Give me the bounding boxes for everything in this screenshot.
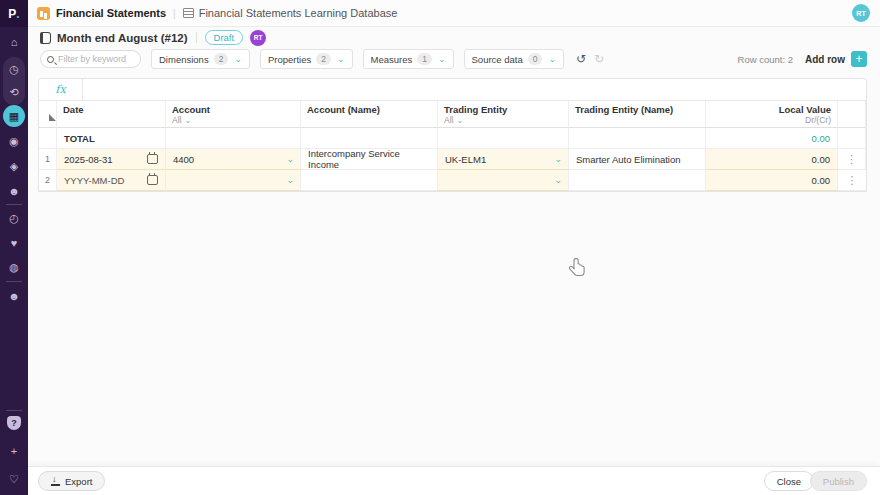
column-filter-all[interactable]: All⌄ <box>172 115 294 125</box>
home-icon[interactable]: ⌂ <box>0 33 28 51</box>
search-input[interactable] <box>58 54 138 64</box>
book-icon <box>40 32 51 44</box>
chevron-down-icon: ⌄ <box>286 154 294 164</box>
row-menu-cell[interactable]: ⋮ <box>838 149 866 170</box>
search-icon <box>47 56 54 63</box>
account-cell[interactable]: ⌄ <box>166 170 301 191</box>
close-button[interactable]: Close <box>764 471 814 491</box>
logo-dot: . <box>16 7 19 21</box>
column-header-account-name[interactable]: Account (Name) <box>301 101 438 128</box>
trading-entity-cell[interactable]: UK-ELM1⌄ <box>438 149 569 170</box>
explore-icon[interactable]: ◉ <box>0 132 28 150</box>
member-icon[interactable]: ☻ <box>0 182 28 200</box>
favorites-icon[interactable]: ♥ <box>0 234 28 252</box>
add-row-label[interactable]: Add row <box>805 54 845 65</box>
sidebar-divider <box>6 410 22 411</box>
status-badge: Draft <box>205 30 244 45</box>
column-label: Account (Name) <box>307 104 431 115</box>
source-data-dropdown[interactable]: Source data 0 ⌄ <box>464 49 565 69</box>
account-name-cell[interactable] <box>301 170 438 191</box>
trading-entity-cell[interactable]: ⌄ <box>438 170 569 191</box>
formula-bar: fx <box>39 79 866 101</box>
row-count-label: Row count: 2 <box>738 54 793 65</box>
database-title[interactable]: Financial Statements Learning Database <box>199 7 398 19</box>
column-filter-all[interactable]: All⌄ <box>444 115 562 125</box>
account-cell[interactable]: 4400⌄ <box>166 149 301 170</box>
local-value-cell[interactable]: 0.00 <box>706 170 838 191</box>
dimensions-dropdown[interactable]: Dimensions 2 ⌄ <box>151 49 250 69</box>
database-icon <box>183 8 194 18</box>
export-button[interactable]: Export <box>38 471 105 491</box>
calendar-icon[interactable] <box>147 175 158 185</box>
row-menu-cell[interactable]: ⋮ <box>838 170 866 191</box>
column-header-date[interactable]: Date <box>57 101 166 128</box>
trading-entity-name-cell[interactable] <box>569 170 706 191</box>
row-number[interactable]: 2 <box>39 170 57 191</box>
media-icon[interactable]: ◍ <box>0 258 28 276</box>
date-cell[interactable]: 2025-08-31 <box>57 149 166 170</box>
chevron-down-icon: ⌄ <box>184 116 191 125</box>
sidebar-divider <box>6 204 22 205</box>
bottom-bar: Export Close Publish <box>28 466 880 495</box>
dropdown-label: Measures <box>371 54 413 65</box>
editor-avatar[interactable]: RT <box>250 30 266 46</box>
help-icon[interactable]: ? <box>7 416 21 430</box>
kebab-menu-icon[interactable]: ⋮ <box>846 153 857 166</box>
total-cell <box>569 128 706 149</box>
export-label: Export <box>65 476 92 487</box>
add-workspace-icon[interactable]: + <box>0 442 28 460</box>
dropdown-label: Source data <box>472 54 523 65</box>
column-header-account[interactable]: AccountAll⌄ <box>166 101 301 128</box>
column-header-trading-entity-name[interactable]: Trading Entity (Name) <box>569 101 706 128</box>
add-row-button[interactable]: + <box>851 51 867 67</box>
history-icon[interactable]: ◴ <box>0 209 28 227</box>
column-label: Date <box>63 104 159 115</box>
total-cell <box>438 128 569 149</box>
logo-letter: P <box>8 7 16 21</box>
column-header-menu <box>838 101 866 128</box>
column-header-local-value[interactable]: Local ValueDr/(Cr) <box>706 101 838 128</box>
date-cell[interactable]: YYYY-MM-DD <box>57 170 166 191</box>
tags-icon[interactable]: ◈ <box>0 157 28 175</box>
keyword-search[interactable] <box>40 50 141 68</box>
active-block-icon[interactable]: ▦ <box>3 105 25 127</box>
cursor-pointer <box>567 256 589 284</box>
column-sublabel: Dr/(Cr) <box>712 115 831 125</box>
row-number[interactable]: 1 <box>39 149 57 170</box>
close-label: Close <box>777 476 801 487</box>
account-name-cell[interactable]: Intercompany Service Income <box>301 149 438 170</box>
measures-dropdown[interactable]: Measures 1 ⌄ <box>363 49 454 69</box>
column-header-trading-entity[interactable]: Trading EntityAll⌄ <box>438 101 569 128</box>
app-title[interactable]: Financial Statements <box>56 7 166 19</box>
top-bar: Financial Statements | Financial Stateme… <box>28 0 880 27</box>
total-cell <box>301 128 438 149</box>
community-icon[interactable]: ☻ <box>0 287 28 305</box>
feedback-icon[interactable]: ♡ <box>0 470 28 488</box>
column-label: Account <box>172 104 294 115</box>
chevron-down-icon: ⌄ <box>548 54 556 64</box>
formula-input[interactable] <box>83 79 866 100</box>
calendar-icon[interactable] <box>147 154 158 164</box>
total-cell <box>838 128 866 149</box>
activity-icon[interactable]: ◷ <box>0 60 28 78</box>
divider <box>196 32 197 43</box>
kebab-menu-icon[interactable]: ⋮ <box>847 174 858 187</box>
total-cell <box>166 128 301 149</box>
undo-icon[interactable]: ↺ <box>576 52 586 66</box>
trading-entity-name-cell[interactable]: Smarter Auto Elimination <box>569 149 706 170</box>
user-avatar[interactable]: RT <box>852 4 870 22</box>
count-badge: 2 <box>214 53 229 65</box>
flows-icon[interactable]: ⟲ <box>0 83 28 101</box>
properties-dropdown[interactable]: Properties 2 ⌄ <box>260 49 353 69</box>
publish-label: Publish <box>823 476 854 487</box>
column-label: Trading Entity (Name) <box>575 104 699 115</box>
download-icon <box>51 477 60 486</box>
select-all-cell[interactable] <box>39 101 57 128</box>
pigment-logo[interactable]: P. <box>0 0 28 27</box>
total-row-gutter <box>39 128 57 149</box>
chevron-down-icon: ⌄ <box>337 54 345 64</box>
local-value-cell[interactable]: 0.00 <box>706 149 838 170</box>
sidebar-divider <box>6 281 22 282</box>
app-window: P. ⌂ ◷ ⟲ ▦ ◉ ◈ ☻ ◴ ♥ ◍ ☻ ? + ♡ Financial… <box>0 0 880 495</box>
column-label: Local Value <box>712 104 831 115</box>
